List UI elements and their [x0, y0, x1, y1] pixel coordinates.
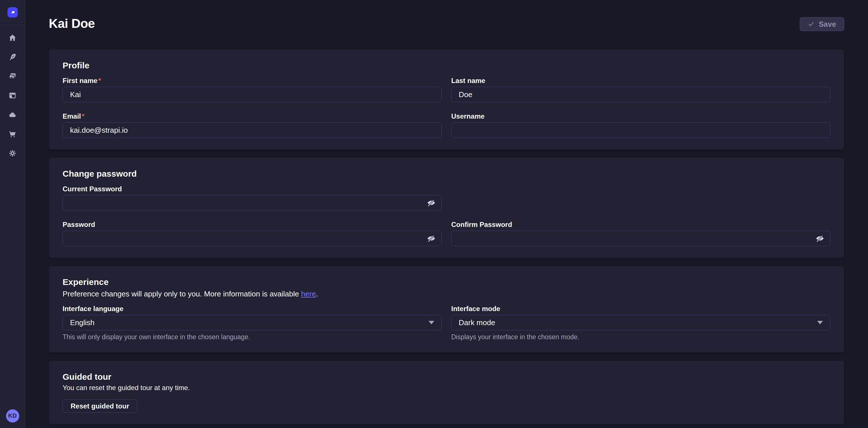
- page-header: Kai Doe Save: [25, 0, 868, 31]
- sidebar-item-content-manager[interactable]: [6, 51, 20, 64]
- sidebar-footer: KD: [0, 403, 25, 428]
- save-button[interactable]: Save: [800, 17, 844, 31]
- sidebar-item-deploy[interactable]: [6, 108, 20, 122]
- interface-language-value: English: [70, 318, 94, 327]
- sidebar-item-settings[interactable]: [6, 147, 20, 161]
- feather-icon: [8, 53, 17, 62]
- experience-heading: Experience: [63, 278, 830, 287]
- gear-icon: [8, 149, 17, 158]
- avatar[interactable]: KD: [6, 409, 19, 423]
- interface-language-field-group: Interface language English This will onl…: [63, 305, 442, 341]
- experience-card: Experience Preference changes will apply…: [49, 266, 844, 352]
- confirm-password-input-wrap: [451, 231, 830, 246]
- eye-off-icon: [427, 234, 436, 243]
- last-name-label: Last name: [451, 77, 830, 84]
- password-input-wrap: [63, 231, 442, 246]
- interface-mode-label-text: Interface mode: [451, 305, 500, 313]
- cloud-icon: [8, 111, 17, 120]
- interface-language-hint: This will only display your own interfac…: [63, 333, 442, 341]
- password-field-group: Password: [63, 221, 442, 246]
- content: Profile First name* Last name Email: [25, 49, 868, 428]
- first-name-field-group: First name*: [63, 77, 442, 102]
- interface-language-label: Interface language: [63, 305, 442, 313]
- chevron-down-icon: [429, 321, 434, 324]
- more-information-link[interactable]: here: [301, 289, 316, 298]
- eye-off-icon: [427, 198, 436, 208]
- interface-mode-hint: Displays your interface in the chosen mo…: [451, 333, 830, 341]
- cart-icon: [8, 130, 17, 139]
- interface-language-select[interactable]: English: [63, 315, 442, 330]
- username-field-group: Username: [451, 113, 830, 138]
- confirm-password-input[interactable]: [451, 231, 830, 246]
- chevron-down-icon: [817, 321, 823, 324]
- sidebar-nav: [6, 25, 20, 403]
- sidebar-item-marketplace[interactable]: [6, 127, 20, 141]
- email-label: Email*: [63, 113, 442, 120]
- sidebar-item-home[interactable]: [6, 31, 20, 45]
- experience-description-period: .: [316, 289, 318, 298]
- page-title: Kai Doe: [49, 16, 95, 31]
- profile-heading: Profile: [63, 61, 830, 70]
- required-asterisk: *: [98, 77, 101, 84]
- toggle-confirm-password-visibility-button[interactable]: [815, 234, 825, 243]
- profile-card: Profile First name* Last name Email: [49, 49, 844, 149]
- change-password-heading: Change password: [63, 169, 830, 178]
- save-button-label: Save: [818, 20, 836, 29]
- current-password-label-text: Current Password: [63, 185, 122, 193]
- current-password-field-group: Current Password: [63, 185, 442, 210]
- experience-grid: Interface language English This will onl…: [63, 305, 830, 341]
- current-password-label: Current Password: [63, 185, 442, 193]
- layout-icon: [8, 91, 17, 101]
- strapi-logo-glyph: [9, 9, 16, 16]
- change-password-card: Change password Current Password: [49, 158, 844, 258]
- confirm-password-label: Confirm Password: [451, 221, 830, 228]
- interface-language-label-text: Interface language: [63, 305, 123, 313]
- first-name-label-text: First name: [63, 77, 97, 84]
- interface-mode-value: Dark mode: [459, 318, 495, 327]
- check-icon: [808, 21, 815, 28]
- strapi-logo[interactable]: [7, 7, 18, 18]
- confirm-password-field-group: Confirm Password: [451, 221, 830, 246]
- last-name-input[interactable]: [451, 87, 830, 102]
- password-input[interactable]: [63, 231, 442, 246]
- images-icon: [8, 72, 17, 81]
- experience-description: Preference changes will apply only to yo…: [63, 289, 830, 298]
- guided-tour-card: Guided tour You can reset the guided tou…: [49, 361, 844, 424]
- password-label: Password: [63, 221, 442, 228]
- interface-mode-label: Interface mode: [451, 305, 830, 313]
- username-label: Username: [451, 113, 830, 120]
- username-input[interactable]: [451, 122, 830, 138]
- toggle-password-visibility-button[interactable]: [427, 234, 436, 243]
- sidebar-item-content-type-builder[interactable]: [6, 89, 20, 103]
- confirm-password-label-text: Confirm Password: [451, 221, 512, 228]
- email-field-group: Email*: [63, 113, 442, 138]
- interface-mode-select[interactable]: Dark mode: [451, 315, 830, 330]
- current-password-input[interactable]: [63, 195, 442, 210]
- interface-mode-field-group: Interface mode Dark mode Displays your i…: [451, 305, 830, 341]
- email-input[interactable]: [63, 122, 442, 138]
- reset-guided-tour-button[interactable]: Reset guided tour: [63, 399, 137, 413]
- first-name-label: First name*: [63, 77, 442, 84]
- required-asterisk: *: [82, 113, 84, 120]
- first-name-input[interactable]: [63, 87, 442, 102]
- password-label-text: Password: [63, 221, 95, 228]
- home-icon: [8, 34, 17, 43]
- guided-tour-heading: Guided tour: [63, 372, 830, 381]
- toggle-current-password-visibility-button[interactable]: [427, 198, 436, 208]
- current-password-input-wrap: [63, 195, 442, 210]
- sidebar: KD: [0, 0, 25, 428]
- experience-description-text: Preference changes will apply only to yo…: [63, 289, 301, 298]
- last-name-field-group: Last name: [451, 77, 830, 102]
- profile-grid: First name* Last name Email*: [63, 77, 830, 138]
- main-area: Kai Doe Save Profile First name* La: [25, 0, 868, 428]
- guided-tour-description: You can reset the guided tour at any tim…: [63, 384, 830, 392]
- last-name-label-text: Last name: [451, 77, 485, 84]
- logo-section: [0, 0, 25, 25]
- email-label-text: Email: [63, 113, 81, 120]
- sidebar-item-media-library[interactable]: [6, 70, 20, 84]
- password-grid: Current Password: [63, 185, 830, 246]
- eye-off-icon: [815, 234, 825, 243]
- username-label-text: Username: [451, 113, 485, 120]
